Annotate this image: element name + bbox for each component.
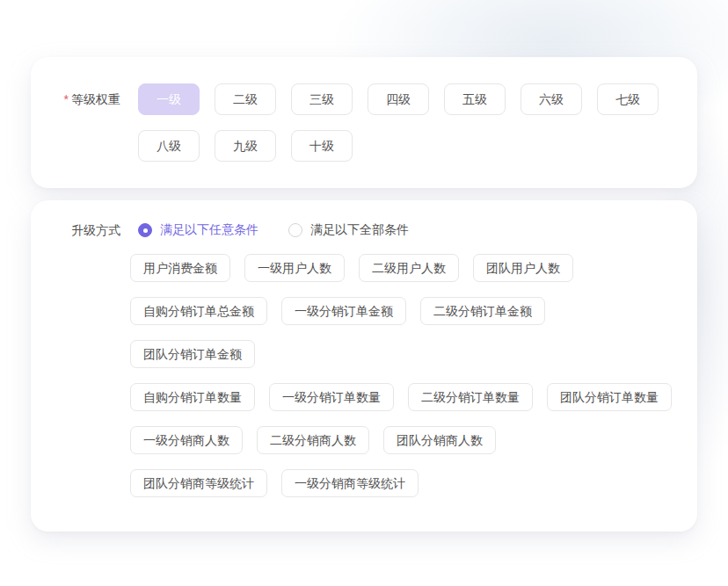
- required-asterisk: *: [64, 92, 69, 106]
- radio-unselected-icon: [288, 223, 302, 237]
- condition-self-order-count[interactable]: 自购分销订单数量: [130, 383, 255, 411]
- condition-level1-user-count[interactable]: 一级用户人数: [244, 254, 345, 282]
- condition-row-5: 一级分销商人数 二级分销商人数 团队分销商人数: [130, 426, 662, 454]
- upgrade-method-radio-group: 满足以下任意条件 满足以下全部条件: [138, 222, 409, 238]
- level-button-2[interactable]: 二级: [215, 83, 276, 115]
- level-button-3[interactable]: 三级: [291, 83, 353, 115]
- level-button-6[interactable]: 六级: [521, 83, 582, 115]
- level-button-4[interactable]: 四级: [368, 83, 429, 115]
- level-button-9[interactable]: 九级: [215, 130, 276, 162]
- level-weight-card: *等级权重 一级 二级 三级 四级 五级 六级 七级 八级 九级 十级: [31, 57, 697, 188]
- condition-team-order-amount[interactable]: 团队分销订单金额: [130, 340, 255, 368]
- level-button-7[interactable]: 七级: [597, 83, 659, 115]
- condition-level1-distributor-count[interactable]: 一级分销商人数: [130, 426, 243, 454]
- level-weight-label-text: 等级权重: [71, 92, 120, 106]
- level-button-1[interactable]: 一级: [138, 83, 200, 115]
- condition-level1-order-count[interactable]: 一级分销订单数量: [269, 383, 394, 411]
- condition-level2-order-count[interactable]: 二级分销订单数量: [408, 383, 533, 411]
- level-button-5[interactable]: 五级: [444, 83, 506, 115]
- upgrade-method-label: 升级方式: [31, 221, 138, 239]
- radio-selected-icon: [138, 223, 152, 237]
- condition-team-distributor-count[interactable]: 团队分销商人数: [383, 426, 496, 454]
- condition-level2-order-amount[interactable]: 二级分销订单金额: [420, 297, 545, 325]
- radio-option-any-label: 满足以下任意条件: [160, 222, 258, 238]
- condition-level1-order-amount[interactable]: 一级分销订单金额: [281, 297, 406, 325]
- condition-team-user-count[interactable]: 团队用户人数: [473, 254, 573, 282]
- condition-team-distributor-level-stats[interactable]: 团队分销商等级统计: [130, 469, 267, 497]
- level-weight-label: *等级权重: [31, 83, 138, 115]
- upgrade-method-card: 升级方式 满足以下任意条件 满足以下全部条件 用户消费金额 一级用户人数 二级用…: [31, 200, 697, 532]
- condition-self-order-total-amount[interactable]: 自购分销订单总金额: [130, 297, 267, 325]
- condition-row-1: 用户消费金额 一级用户人数 二级用户人数 团队用户人数: [130, 254, 662, 282]
- condition-row-6: 团队分销商等级统计 一级分销商等级统计: [130, 469, 662, 497]
- condition-level1-distributor-level-stats[interactable]: 一级分销商等级统计: [281, 469, 419, 497]
- level-button-10[interactable]: 十级: [291, 130, 353, 162]
- condition-row-2: 自购分销订单总金额 一级分销订单金额 二级分销订单金额: [130, 297, 662, 325]
- level-buttons-group: 一级 二级 三级 四级 五级 六级 七级 八级 九级 十级: [138, 83, 662, 162]
- radio-option-any-condition[interactable]: 满足以下任意条件: [138, 222, 258, 238]
- condition-level2-distributor-count[interactable]: 二级分销商人数: [257, 426, 369, 454]
- condition-row-3: 团队分销订单金额: [130, 340, 662, 368]
- radio-option-all-condition[interactable]: 满足以下全部条件: [288, 222, 409, 238]
- upgrade-method-header: 升级方式 满足以下任意条件 满足以下全部条件: [31, 221, 662, 239]
- condition-row-4: 自购分销订单数量 一级分销订单数量 二级分销订单数量 团队分销订单数量: [130, 383, 662, 411]
- condition-buttons-area: 用户消费金额 一级用户人数 二级用户人数 团队用户人数 自购分销订单总金额 一级…: [130, 254, 662, 497]
- condition-team-order-count[interactable]: 团队分销订单数量: [547, 383, 672, 411]
- condition-user-consume-amount[interactable]: 用户消费金额: [130, 254, 230, 282]
- radio-option-all-label: 满足以下全部条件: [310, 222, 409, 238]
- level-button-8[interactable]: 八级: [138, 130, 200, 162]
- condition-level2-user-count[interactable]: 二级用户人数: [359, 254, 459, 282]
